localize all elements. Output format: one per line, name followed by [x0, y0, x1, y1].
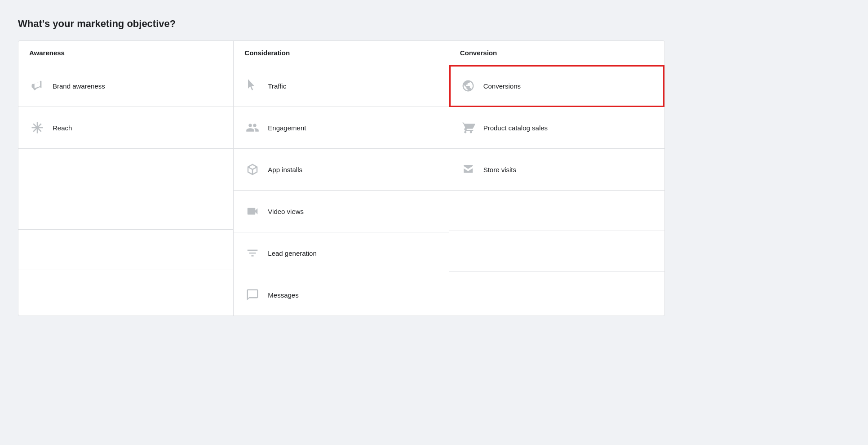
awareness-empty-2 — [18, 189, 233, 230]
consideration-column: Traffic Engagement App installs — [234, 65, 449, 316]
video-views-item[interactable]: Video views — [234, 191, 448, 232]
awareness-empty-1 — [18, 149, 233, 189]
consideration-header: Consideration — [234, 41, 449, 65]
conversions-label: Conversions — [483, 82, 521, 90]
globe-icon — [460, 78, 476, 94]
table-header: Awareness Consideration Conversion — [18, 41, 664, 65]
store-visits-label: Store visits — [483, 166, 516, 174]
awareness-column: Brand awareness Reach — [18, 65, 234, 316]
people-icon — [244, 120, 261, 136]
conversion-header: Conversion — [449, 41, 664, 65]
brand-awareness-label: Brand awareness — [53, 82, 105, 90]
engagement-label: Engagement — [268, 124, 306, 132]
product-catalog-sales-label: Product catalog sales — [483, 124, 548, 132]
cursor-icon — [244, 78, 261, 94]
app-installs-item[interactable]: App installs — [234, 149, 448, 191]
table-body: Brand awareness Reach — [18, 65, 664, 316]
product-catalog-sales-item[interactable]: Product catalog sales — [449, 107, 664, 149]
messages-item[interactable]: Messages — [234, 274, 448, 316]
app-installs-label: App installs — [268, 166, 302, 174]
box-icon — [244, 161, 261, 178]
brand-awareness-item[interactable]: Brand awareness — [18, 65, 233, 107]
video-icon — [244, 203, 261, 219]
store-icon — [460, 161, 476, 178]
lead-generation-label: Lead generation — [268, 249, 316, 257]
conversion-column: Conversions Product catalog sales Store … — [449, 65, 664, 316]
filter-icon — [244, 245, 261, 261]
conversion-empty-1 — [449, 191, 664, 231]
traffic-label: Traffic — [268, 82, 286, 90]
conversions-item[interactable]: Conversions — [449, 65, 664, 107]
conversion-empty-3 — [449, 271, 664, 312]
reach-label: Reach — [53, 124, 72, 132]
awareness-header: Awareness — [18, 41, 234, 65]
reach-item[interactable]: Reach — [18, 107, 233, 149]
lead-generation-item[interactable]: Lead generation — [234, 232, 448, 274]
asterisk-icon — [29, 120, 45, 136]
objectives-table: Awareness Consideration Conversion Brand… — [18, 40, 665, 316]
chat-icon — [244, 287, 261, 303]
messages-label: Messages — [268, 291, 298, 299]
engagement-item[interactable]: Engagement — [234, 107, 448, 149]
video-views-label: Video views — [268, 208, 304, 215]
awareness-empty-3 — [18, 230, 233, 270]
megaphone-icon — [29, 78, 45, 94]
conversion-empty-2 — [449, 231, 664, 271]
store-visits-item[interactable]: Store visits — [449, 149, 664, 191]
page-title: What's your marketing objective? — [18, 18, 850, 30]
traffic-item[interactable]: Traffic — [234, 65, 448, 107]
awareness-empty-4 — [18, 270, 233, 311]
cart-icon — [460, 120, 476, 136]
